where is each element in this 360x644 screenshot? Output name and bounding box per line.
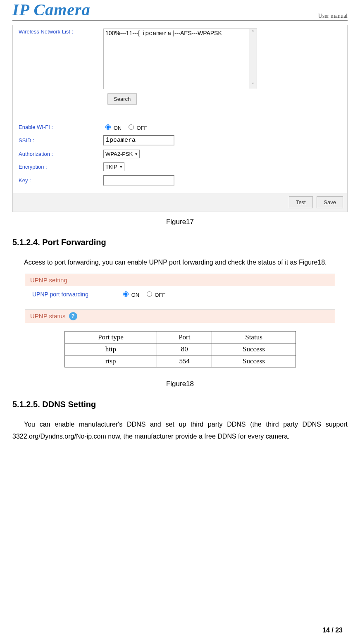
brand-logo: IP Camera xyxy=(12,0,91,19)
off-text: OFF xyxy=(136,125,147,131)
upnp-status-table: Port type Port Status http 80 Success rt… xyxy=(64,331,296,367)
wireless-network-list[interactable]: 100%---11---[ ipcamera ]---AES---WPAPSK … xyxy=(103,29,257,89)
on-text: ON xyxy=(114,125,122,131)
figure18-panel: UPNP setting UPNP port forwarding ON OFF… xyxy=(25,274,335,374)
figure17-action-bar: Test Save xyxy=(13,193,347,212)
ssid-label: SSID : xyxy=(17,137,103,143)
cell-port-type: http xyxy=(64,343,157,355)
upnp-on-text: ON xyxy=(131,292,140,298)
cell-status: Success xyxy=(212,343,296,355)
upnp-off-input[interactable] xyxy=(147,291,152,297)
doc-title: User manual xyxy=(318,13,348,19)
upnp-status-header: UPNP status ? xyxy=(25,309,335,323)
upnp-setting-title: UPNP setting xyxy=(30,277,67,284)
wireless-list-item[interactable]: 100%---11---[ ipcamera ]---AES---WPAPSK xyxy=(104,29,249,89)
key-input[interactable] xyxy=(103,175,174,186)
wifi-off-radio[interactable]: OFF xyxy=(126,125,148,131)
wifi-off-input[interactable] xyxy=(129,124,134,130)
list-entry-ssid: ipcamera xyxy=(141,30,171,37)
chevron-down-icon: ▾ xyxy=(135,151,138,157)
authorization-value: WPA2-PSK xyxy=(105,151,133,157)
wifi-on-input[interactable] xyxy=(105,124,111,130)
figure17-caption: Figure17 xyxy=(12,218,348,226)
page-number: 14 / 23 xyxy=(322,627,343,634)
table-row: rtsp 554 Success xyxy=(64,355,296,367)
list-entry-prefix: 100%---11---[ xyxy=(105,30,141,36)
section-heading-port-forwarding: 5.1.2.4. Port Forwarding xyxy=(12,238,348,247)
col-port: Port xyxy=(157,331,212,343)
cell-port: 80 xyxy=(157,343,212,355)
list-entry-suffix: ]---AES---WPAPSK xyxy=(171,30,222,36)
page-header: IP Camera User manual xyxy=(12,0,348,21)
encryption-label: Encryption : xyxy=(17,164,103,170)
upnp-status-title: UPNP status xyxy=(30,312,66,320)
wifi-on-radio[interactable]: ON xyxy=(103,125,122,131)
section-body-port-forwarding: Access to port forwarding, you can enabl… xyxy=(12,256,348,269)
upnp-off-radio[interactable]: OFF xyxy=(145,292,166,298)
chevron-down-icon: ▾ xyxy=(120,164,122,169)
authorization-select[interactable]: WPA2-PSK ▾ xyxy=(103,150,140,158)
list-scrollbar[interactable]: ˄ ˅ xyxy=(249,29,257,89)
cell-port-type: rtsp xyxy=(64,355,157,367)
test-button[interactable]: Test xyxy=(289,196,313,208)
figure17-panel: Wireless Network List : 100%---11---[ ip… xyxy=(12,25,348,212)
table-header-row: Port type Port Status xyxy=(64,331,296,343)
upnp-on-input[interactable] xyxy=(123,291,129,297)
manual-page: IP Camera User manual Wireless Network L… xyxy=(0,0,360,644)
ssid-input[interactable] xyxy=(103,135,174,145)
encryption-value: TKIP xyxy=(105,164,117,170)
cell-status: Success xyxy=(212,355,296,367)
scroll-up-icon[interactable]: ˄ xyxy=(252,30,254,36)
enable-wifi-label: Enable WI-FI : xyxy=(17,124,103,130)
encryption-select[interactable]: TKIP ▾ xyxy=(103,162,124,171)
col-port-type: Port type xyxy=(64,331,157,343)
section-body-ddns: You can enable manufacturer's DDNS and s… xyxy=(12,418,348,443)
search-button[interactable]: Search xyxy=(107,93,137,105)
table-row: http 80 Success xyxy=(64,343,296,355)
upnp-setting-header: UPNP setting xyxy=(25,274,335,286)
authorization-label: Authorization : xyxy=(17,151,103,157)
scroll-down-icon[interactable]: ˅ xyxy=(252,82,254,88)
cell-port: 554 xyxy=(157,355,212,367)
upnp-off-text: OFF xyxy=(155,292,165,298)
help-icon[interactable]: ? xyxy=(69,312,77,320)
upnp-on-radio[interactable]: ON xyxy=(121,292,139,298)
key-label: Key : xyxy=(17,177,103,184)
section-heading-ddns: 5.1.2.5. DDNS Setting xyxy=(12,400,348,409)
col-status: Status xyxy=(212,331,296,343)
figure18-caption: Figure18 xyxy=(12,380,348,388)
wireless-list-label: Wireless Network List : xyxy=(17,29,103,35)
upnp-forwarding-label: UPNP port forwarding xyxy=(32,291,121,298)
save-button[interactable]: Save xyxy=(317,196,343,208)
